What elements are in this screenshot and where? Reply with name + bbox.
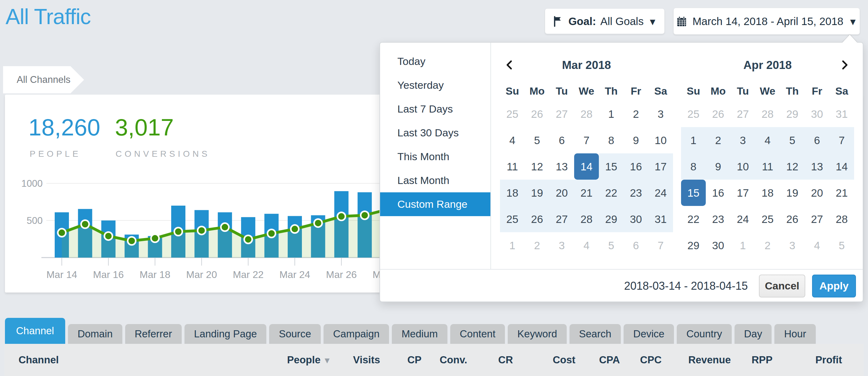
day-cell[interactable]: 23: [624, 180, 648, 206]
day-cell[interactable]: 2: [525, 232, 550, 259]
day-cell[interactable]: 13: [550, 153, 574, 180]
day-cell[interactable]: 19: [525, 180, 550, 206]
day-cell[interactable]: 13: [805, 153, 829, 180]
day-cell[interactable]: 26: [525, 206, 550, 232]
day-cell[interactable]: 29: [599, 206, 624, 232]
preset-last-7-days[interactable]: Last 7 Days: [380, 97, 490, 121]
day-cell[interactable]: 14: [829, 153, 854, 180]
day-cell[interactable]: 27: [731, 101, 755, 127]
tab-keyword[interactable]: Keyword: [508, 324, 566, 344]
day-cell[interactable]: 4: [755, 127, 780, 153]
day-cell[interactable]: 23: [706, 206, 731, 232]
column-header-people[interactable]: People▼: [285, 354, 331, 366]
tab-domain[interactable]: Domain: [68, 324, 122, 344]
day-cell[interactable]: 2: [624, 101, 648, 127]
column-header-profit[interactable]: Profit: [773, 354, 842, 366]
day-cell[interactable]: 25: [500, 206, 525, 232]
day-cell[interactable]: 1: [500, 232, 525, 259]
day-cell[interactable]: 10: [731, 153, 755, 180]
day-cell[interactable]: 6: [550, 127, 574, 153]
day-cell[interactable]: 28: [755, 101, 780, 127]
cancel-button[interactable]: Cancel: [759, 274, 805, 297]
day-cell[interactable]: 5: [525, 127, 550, 153]
day-cell[interactable]: 24: [731, 206, 755, 232]
column-header-cost[interactable]: Cost: [513, 354, 576, 366]
day-cell[interactable]: 7: [574, 127, 599, 153]
day-cell[interactable]: 10: [648, 127, 673, 153]
day-cell[interactable]: 19: [780, 180, 805, 206]
column-header-cp[interactable]: CP: [380, 354, 422, 366]
day-cell[interactable]: 3: [731, 127, 755, 153]
day-cell[interactable]: 12: [780, 153, 805, 180]
day-cell[interactable]: 20: [550, 180, 574, 206]
day-cell[interactable]: 25: [500, 101, 525, 127]
breadcrumb[interactable]: All Channels: [3, 66, 84, 93]
column-header-cpc[interactable]: CPC: [620, 354, 661, 366]
day-cell[interactable]: 21: [829, 180, 854, 206]
day-cell[interactable]: 3: [780, 232, 805, 259]
day-cell[interactable]: 26: [706, 101, 731, 127]
day-cell[interactable]: 11: [500, 153, 525, 180]
day-cell[interactable]: 5: [829, 232, 854, 259]
date-range-button[interactable]: March 14, 2018 - April 15, 2018 ▼: [673, 8, 860, 35]
tab-device[interactable]: Device: [624, 324, 674, 344]
preset-last-30-days[interactable]: Last 30 Days: [380, 121, 490, 145]
day-cell[interactable]: 22: [599, 180, 624, 206]
column-header-visits[interactable]: Visits: [331, 354, 380, 366]
day-cell[interactable]: 27: [550, 206, 574, 232]
day-cell[interactable]: 1: [681, 127, 706, 153]
day-cell[interactable]: 3: [648, 101, 673, 127]
day-cell[interactable]: 27: [805, 206, 829, 232]
day-cell[interactable]: 7: [648, 232, 673, 259]
column-header-conv[interactable]: Conv.: [422, 354, 467, 366]
day-cell[interactable]: 9: [706, 153, 731, 180]
day-cell[interactable]: 28: [574, 101, 599, 127]
day-cell[interactable]: 30: [624, 206, 648, 232]
day-cell[interactable]: 27: [550, 101, 574, 127]
day-cell[interactable]: 26: [780, 206, 805, 232]
tab-day[interactable]: Day: [735, 324, 772, 344]
preset-last-month[interactable]: Last Month: [380, 169, 490, 192]
day-cell[interactable]: 11: [755, 153, 780, 180]
tab-medium[interactable]: Medium: [392, 324, 447, 344]
day-cell[interactable]: 2: [706, 127, 731, 153]
day-cell[interactable]: 9: [624, 127, 648, 153]
day-cell[interactable]: 6: [805, 127, 829, 153]
prev-month-button[interactable]: [504, 56, 523, 74]
day-cell[interactable]: 21: [574, 180, 599, 206]
day-cell[interactable]: 31: [648, 206, 673, 232]
day-cell[interactable]: 28: [574, 206, 599, 232]
tab-content[interactable]: Content: [450, 324, 505, 344]
day-cell[interactable]: 28: [829, 206, 854, 232]
tab-search[interactable]: Search: [569, 324, 621, 344]
goal-selector-button[interactable]: Goal: All Goals ▼: [545, 8, 665, 34]
day-cell[interactable]: 4: [500, 127, 525, 153]
tab-channel[interactable]: Channel: [5, 318, 65, 344]
day-cell-selected[interactable]: 14: [574, 153, 599, 180]
day-cell[interactable]: 2: [755, 232, 780, 259]
day-cell[interactable]: 4: [805, 232, 829, 259]
day-cell[interactable]: 30: [706, 232, 731, 259]
day-cell-selected[interactable]: 15: [681, 180, 706, 206]
tab-campaign[interactable]: Campaign: [323, 324, 389, 344]
day-cell[interactable]: 25: [755, 206, 780, 232]
day-cell[interactable]: 7: [829, 127, 854, 153]
column-header-rpp[interactable]: RPP: [731, 354, 773, 366]
day-cell[interactable]: 22: [681, 206, 706, 232]
day-cell[interactable]: 5: [780, 127, 805, 153]
column-header-channel[interactable]: Channel: [4, 354, 285, 366]
tab-landing-page[interactable]: Landing Page: [184, 324, 267, 344]
tab-hour[interactable]: Hour: [774, 324, 816, 344]
day-cell[interactable]: 3: [550, 232, 574, 259]
day-cell[interactable]: 20: [805, 180, 829, 206]
day-cell[interactable]: 29: [681, 232, 706, 259]
day-cell[interactable]: 12: [525, 153, 550, 180]
day-cell[interactable]: 5: [599, 232, 624, 259]
day-cell[interactable]: 1: [731, 232, 755, 259]
day-cell[interactable]: 30: [805, 101, 829, 127]
column-header-cpa[interactable]: CPA: [576, 354, 620, 366]
day-cell[interactable]: 8: [681, 153, 706, 180]
tab-referrer[interactable]: Referrer: [125, 324, 182, 344]
day-cell[interactable]: 1: [599, 101, 624, 127]
column-header-cr[interactable]: CR: [467, 354, 513, 366]
